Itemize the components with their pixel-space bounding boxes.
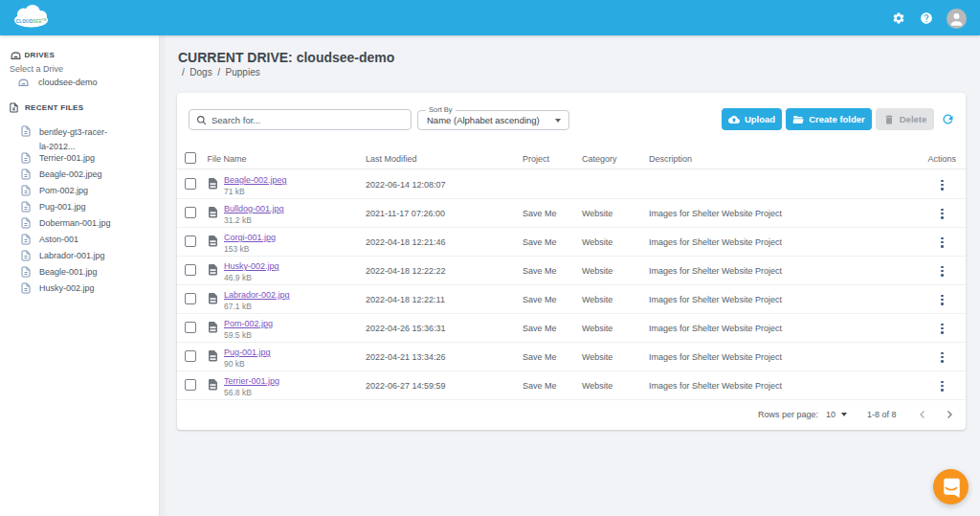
svg-text:CLOUDSEETM: CLOUDSEETM	[16, 18, 47, 24]
